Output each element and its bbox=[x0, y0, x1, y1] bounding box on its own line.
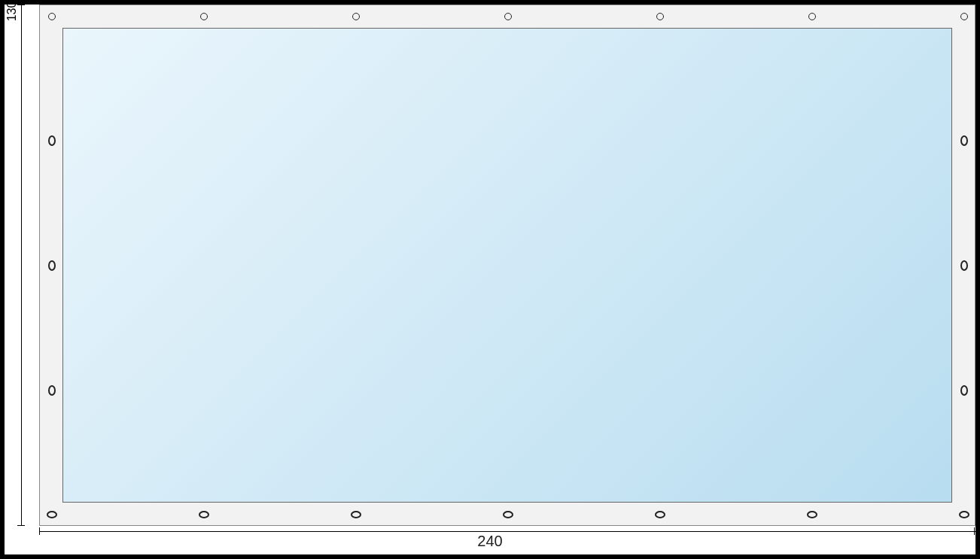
grommet-icon bbox=[503, 511, 513, 518]
grommet-icon bbox=[960, 260, 968, 271]
dim-height-label: 130 bbox=[5, 2, 19, 22]
dim-height-label-wrap: 130 bbox=[5, 5, 20, 18]
grommet-icon bbox=[808, 13, 816, 20]
grommet-icon bbox=[47, 511, 57, 518]
grommet-icon bbox=[48, 135, 56, 146]
grommet-icon bbox=[960, 135, 968, 146]
dim-tick-height-bottom bbox=[17, 525, 25, 526]
grommet-icon bbox=[48, 13, 56, 20]
grommet-icon bbox=[656, 13, 664, 20]
grommet-icon bbox=[352, 13, 360, 20]
grommet-icon bbox=[504, 13, 512, 20]
diagram-frame: 130 240 bbox=[5, 5, 975, 554]
grommet-icon bbox=[48, 260, 56, 271]
grommet-icon bbox=[960, 13, 968, 20]
grommet-icon bbox=[807, 511, 817, 518]
grommet-icon bbox=[351, 511, 361, 518]
grommet-icon bbox=[960, 385, 968, 396]
dim-line-height bbox=[21, 5, 22, 526]
grommet-icon bbox=[959, 511, 969, 518]
grommet-icon bbox=[48, 385, 56, 396]
dim-width-label: 240 bbox=[5, 533, 975, 550]
grommet-icon bbox=[655, 511, 665, 518]
tarp-body bbox=[62, 28, 952, 503]
tarp-hem bbox=[39, 5, 975, 526]
dim-line-width bbox=[39, 531, 975, 532]
grommet-icon bbox=[199, 511, 209, 518]
grommet-icon bbox=[200, 13, 208, 20]
